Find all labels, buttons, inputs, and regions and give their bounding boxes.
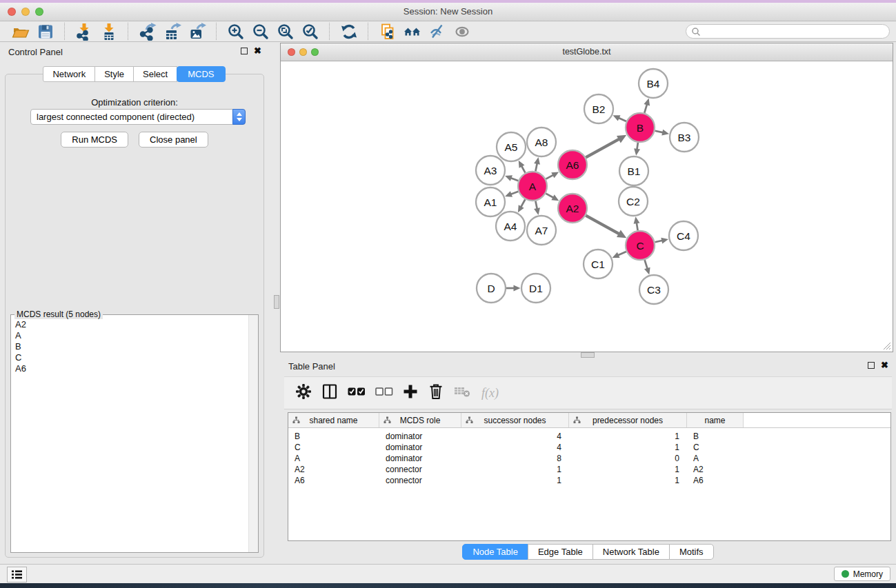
- deselect-all-button[interactable]: [375, 386, 393, 400]
- table-cell: 1: [569, 443, 687, 452]
- save-session-button[interactable]: [35, 22, 56, 41]
- add-row-button[interactable]: [403, 384, 418, 402]
- home-button[interactable]: [402, 22, 423, 41]
- tab-style[interactable]: Style: [94, 66, 134, 82]
- network-zoom-button[interactable]: [311, 48, 319, 56]
- table-cell: 1: [461, 465, 569, 474]
- clone-network-button[interactable]: [377, 22, 398, 41]
- task-history-button[interactable]: [7, 567, 27, 582]
- plus-icon: [403, 384, 418, 399]
- table-cell: 1: [569, 432, 687, 441]
- zoom-in-button[interactable]: [226, 22, 246, 41]
- graph-edge-A-A8[interactable]: [535, 163, 537, 171]
- zoom-fit-button[interactable]: [275, 22, 296, 41]
- mcds-result-item[interactable]: A6: [15, 363, 248, 374]
- zoom-selected-button[interactable]: [300, 22, 321, 41]
- export-network-button[interactable]: [137, 22, 158, 41]
- minimize-window-button[interactable]: [21, 8, 30, 16]
- tab-network-table[interactable]: Network Table: [593, 544, 670, 560]
- close-panel-icon[interactable]: ✖: [254, 48, 261, 54]
- edge-arrowhead: [661, 238, 668, 244]
- graph-edge-B-B2[interactable]: [618, 118, 626, 121]
- vertical-splitter-handle[interactable]: [274, 295, 279, 309]
- search-input[interactable]: [704, 26, 889, 37]
- close-panel-button[interactable]: Close panel: [139, 132, 208, 148]
- graph-edge-B-B1[interactable]: [637, 143, 638, 150]
- criterion-dropdown[interactable]: largest connected component (directed): [30, 109, 246, 125]
- resize-grip-icon[interactable]: [882, 341, 891, 350]
- scrollbar-track[interactable]: [248, 315, 258, 552]
- mcds-result-item[interactable]: A: [15, 330, 248, 341]
- node-label: A4: [504, 221, 517, 232]
- column-header-shared-name[interactable]: shared name: [288, 413, 379, 427]
- graph-edge-B-B3[interactable]: [655, 131, 663, 133]
- show-details-button[interactable]: [452, 22, 472, 41]
- import-network-button[interactable]: [74, 22, 94, 41]
- graph-edge-A-A7[interactable]: [535, 201, 537, 210]
- graph-edge-C-C4[interactable]: [655, 241, 662, 243]
- tab-mcds[interactable]: MCDS: [177, 66, 225, 82]
- float-panel-icon[interactable]: [868, 362, 875, 369]
- mcds-result-item[interactable]: B: [15, 341, 248, 352]
- graph-edge-C-C3[interactable]: [645, 260, 648, 269]
- graph-edge-A-A1[interactable]: [510, 192, 518, 194]
- column-header-successor-nodes[interactable]: successor nodes: [461, 413, 569, 427]
- run-mcds-button[interactable]: Run MCDS: [61, 132, 128, 148]
- column-header-name[interactable]: name: [687, 413, 744, 427]
- toolbar-separator: [216, 23, 217, 40]
- network-minimize-button[interactable]: [299, 48, 307, 56]
- table-row[interactable]: A2connector11A2: [288, 464, 890, 475]
- mcds-result-item[interactable]: A2: [15, 319, 248, 330]
- graph-edge-A-A5[interactable]: [521, 165, 526, 172]
- table-row[interactable]: Bdominator41B: [288, 431, 890, 442]
- column-header-mcds-role[interactable]: MCDS role: [379, 413, 461, 427]
- graph-edge-C-C1[interactable]: [617, 252, 626, 256]
- memory-button[interactable]: Memory: [834, 567, 890, 581]
- tab-network[interactable]: Network: [43, 66, 95, 82]
- network-close-button[interactable]: [288, 48, 295, 56]
- network-canvas[interactable]: B4B2BB3A5A8A6B1A3AC2A1A2A4A7C4CC1C3DD1: [281, 61, 893, 352]
- toggle-hide-details-button[interactable]: [427, 22, 448, 41]
- graph-edge-A6-B[interactable]: [586, 139, 619, 157]
- graph-edge-C-C2[interactable]: [637, 223, 638, 231]
- close-panel-icon[interactable]: ✖: [881, 362, 888, 369]
- table-cell: A: [288, 454, 379, 463]
- network-window-titlebar: testGlobe.txt: [281, 43, 893, 61]
- delete-row-button[interactable]: [428, 383, 444, 403]
- node-label: A1: [484, 196, 497, 208]
- node-label: A6: [566, 159, 579, 171]
- desktop-edge: [0, 583, 896, 588]
- graph-edge-A-A2[interactable]: [546, 194, 554, 198]
- column-header-predecessor-nodes[interactable]: predecessor nodes: [569, 413, 687, 427]
- tab-edge-table[interactable]: Edge Table: [528, 544, 593, 560]
- network-graph[interactable]: B4B2BB3A5A8A6B1A3AC2A1A2A4A7C4CC1C3DD1: [281, 61, 893, 352]
- refresh-view-button[interactable]: [339, 22, 359, 41]
- table-cell: B: [687, 432, 744, 441]
- graph-edge-A2-C[interactable]: [586, 216, 619, 234]
- zoom-window-button[interactable]: [35, 8, 43, 16]
- import-table-button[interactable]: [99, 22, 119, 41]
- criterion-value: largest connected component (directed): [31, 110, 245, 124]
- graph-edge-B-B4[interactable]: [644, 104, 647, 113]
- table-settings-button[interactable]: [295, 383, 312, 403]
- graph-edge-A-A6[interactable]: [546, 175, 553, 179]
- table-row[interactable]: A6connector11A6: [288, 475, 890, 486]
- show-columns-button[interactable]: [321, 383, 338, 403]
- graph-edge-A-A4[interactable]: [521, 199, 525, 207]
- open-session-button[interactable]: [10, 22, 31, 41]
- tab-node-table[interactable]: Node Table: [462, 544, 528, 560]
- export-image-button[interactable]: [187, 22, 208, 41]
- float-panel-icon[interactable]: [241, 48, 248, 54]
- zoom-out-button[interactable]: [250, 22, 271, 41]
- export-table-button[interactable]: [162, 22, 183, 41]
- close-window-button[interactable]: [8, 8, 16, 16]
- tab-select[interactable]: Select: [133, 66, 177, 82]
- graph-edge-A-A3[interactable]: [510, 178, 518, 181]
- clone-network-icon: [379, 23, 397, 41]
- edge-arrowhead: [634, 148, 640, 156]
- mcds-result-item[interactable]: C: [15, 352, 248, 363]
- tab-motifs[interactable]: Motifs: [669, 544, 714, 560]
- table-row[interactable]: Adominator80A: [288, 453, 890, 464]
- table-row[interactable]: Cdominator41C: [288, 442, 890, 453]
- select-all-button[interactable]: [348, 386, 366, 400]
